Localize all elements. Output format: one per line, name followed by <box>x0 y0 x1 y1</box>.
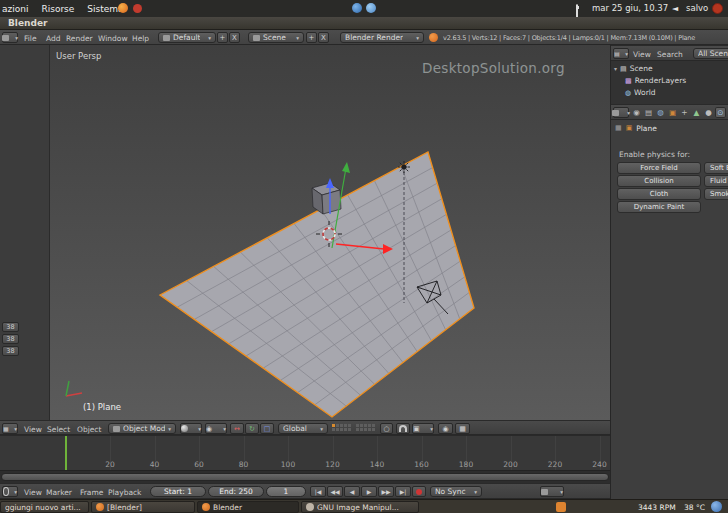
play-reverse-button[interactable]: ◀ <box>344 486 360 497</box>
menu-frame[interactable]: Frame <box>80 488 103 497</box>
menu-object[interactable]: Object <box>77 425 101 434</box>
tool-shelf-button-2[interactable]: 38 <box>2 334 19 344</box>
opengl-render-anim-button[interactable]: ▦ <box>455 423 470 434</box>
layer-toggle[interactable] <box>332 424 335 427</box>
menu-view[interactable]: View <box>24 425 42 434</box>
current-frame-indicator[interactable] <box>65 436 67 470</box>
current-frame-field[interactable]: 1 <box>266 486 306 497</box>
window-title-bar[interactable]: Blender <box>0 17 728 30</box>
properties-tab-object-data[interactable]: ▲ <box>691 107 702 118</box>
layer-toggle[interactable] <box>364 428 367 431</box>
outliner-display-selector[interactable]: All Scenes▾ <box>693 48 728 59</box>
lock-to-scene-button[interactable]: ○ <box>380 423 393 434</box>
layer-toggle[interactable] <box>372 424 375 427</box>
render-engine-selector[interactable]: Blender Render▾ <box>340 32 424 43</box>
taskbar-window-firefox[interactable]: ggiungi nuovo arti... <box>0 501 89 513</box>
properties-tab-physics[interactable]: ⊙ <box>715 107 726 118</box>
scene-add-button[interactable]: + <box>306 32 317 43</box>
menu-view[interactable]: View <box>633 50 651 59</box>
layer-toggle[interactable] <box>332 428 335 431</box>
physics-soft-body-button[interactable]: Soft Body <box>704 162 728 174</box>
taskbar-window-gimp[interactable]: GNU Image Manipul... <box>301 501 419 513</box>
layout-delete-button[interactable]: X <box>229 32 240 43</box>
layer-toggle[interactable] <box>356 424 359 427</box>
keying-set-button[interactable]: ▾ <box>540 486 564 497</box>
menu-file[interactable]: File <box>24 34 37 43</box>
menu-add[interactable]: Add <box>46 34 61 43</box>
outliner-item-scene[interactable]: ▾ ▤ Scene <box>614 63 653 74</box>
physics-cloth-button[interactable]: Cloth <box>617 188 701 200</box>
timeline-canvas[interactable]: 20406080100120140160180200220240 <box>0 435 610 470</box>
tool-shelf-button-3[interactable]: 38 <box>2 346 19 356</box>
manipulator-rotate-button[interactable]: ↻ <box>245 423 259 434</box>
layer-toggle[interactable] <box>336 424 339 427</box>
screen-layout-selector[interactable]: Default▾ <box>158 32 216 43</box>
disclosure-triangle-icon[interactable]: ▾ <box>614 65 617 72</box>
menu-window[interactable]: Window <box>98 34 128 43</box>
next-keyframe-button[interactable]: ▶▶ <box>378 486 394 497</box>
record-button[interactable] <box>412 486 426 497</box>
sync-mode-selector[interactable]: No Sync▾ <box>430 486 482 497</box>
properties-tab-world[interactable]: ◍ <box>655 107 666 118</box>
app-icon-red[interactable] <box>133 4 142 13</box>
editor-type-button[interactable]: ▾ <box>2 32 18 43</box>
lamp-object[interactable] <box>398 161 410 173</box>
editor-type-button[interactable]: ▤▾ <box>613 48 629 59</box>
layer-toggle[interactable] <box>360 424 363 427</box>
physics-collision-button[interactable]: Collision <box>617 175 701 187</box>
layer-toggle[interactable] <box>372 428 375 431</box>
firefox-icon[interactable] <box>118 3 128 13</box>
mode-selector[interactable]: Object Mode▾ <box>108 423 176 434</box>
physics-force-field-button[interactable]: Force Field <box>617 162 701 174</box>
layer-toggle[interactable] <box>340 428 343 431</box>
volume-icon[interactable]: ◄ <box>672 4 678 13</box>
snap-toggle-button[interactable] <box>396 423 410 434</box>
jump-to-end-button[interactable]: ▶| <box>395 486 411 497</box>
power-icon[interactable] <box>712 3 723 14</box>
properties-tab-object[interactable]: ▣ <box>667 107 678 118</box>
physics-smoke-button[interactable]: Smoke <box>704 188 728 200</box>
menu-select[interactable]: Select <box>47 425 70 434</box>
editor-type-button[interactable]: ▦▾ <box>2 423 18 434</box>
layer-toggle[interactable] <box>340 424 343 427</box>
layer-toggle[interactable] <box>336 428 339 431</box>
layout-add-button[interactable]: + <box>217 32 228 43</box>
menu-marker[interactable]: Marker <box>46 488 72 497</box>
play-button[interactable]: ▶ <box>361 486 377 497</box>
outliner-item-world[interactable]: ◍ World <box>625 87 656 98</box>
editor-type-button[interactable]: ▾ <box>613 107 629 118</box>
menu-risorse[interactable]: Risorse <box>41 4 74 14</box>
pivot-point-button[interactable]: ◉▾ <box>205 423 227 434</box>
menu-playback[interactable]: Playback <box>108 488 141 497</box>
viewport-3d[interactable]: User Persp (1) Plane DesktopSolution.org <box>50 45 610 420</box>
transform-orientation-selector[interactable]: Global▾ <box>278 423 328 434</box>
layer-toggle[interactable] <box>368 428 371 431</box>
layer-toggle[interactable] <box>348 424 351 427</box>
layer-toggle[interactable] <box>368 424 371 427</box>
end-frame-field[interactable]: End: 250 <box>208 486 264 497</box>
manipulator-translate-button[interactable]: ↔ <box>230 423 244 434</box>
jump-to-start-button[interactable]: |◀ <box>310 486 326 497</box>
user-menu[interactable]: salvo <box>686 3 708 13</box>
layer-toggle[interactable] <box>348 428 351 431</box>
notification-icon-blue-2[interactable] <box>366 3 376 13</box>
menu-render[interactable]: Render <box>66 34 93 43</box>
editor-type-button[interactable]: ▾ <box>2 486 18 497</box>
viewport-canvas[interactable] <box>50 45 610 420</box>
layer-toggle[interactable] <box>356 428 359 431</box>
taskbar-window-blender[interactable]: Blender <box>197 501 299 513</box>
tool-shelf-button-1[interactable]: 38 <box>2 322 19 332</box>
properties-tab-modifiers[interactable]: + <box>679 107 690 118</box>
previous-keyframe-button[interactable]: ◀◀ <box>327 486 343 497</box>
layer-toggle[interactable] <box>344 424 347 427</box>
outliner-item-renderlayers[interactable]: ▩ RenderLayers <box>625 75 686 86</box>
manipulator-scale-button[interactable]: □ <box>260 423 274 434</box>
properties-tab-scene[interactable]: ▤ <box>643 107 654 118</box>
notification-icon-blue[interactable] <box>352 3 362 13</box>
timeline-scrollbar-handle[interactable] <box>1 473 609 481</box>
viewport-shading-button[interactable]: ▾ <box>180 423 202 434</box>
snap-element-button[interactable]: ▣▾ <box>412 423 434 434</box>
clock[interactable]: mar 25 giu, 10.37 <box>592 3 668 13</box>
menu-view[interactable]: View <box>24 488 42 497</box>
scene-delete-button[interactable]: X <box>318 32 329 43</box>
